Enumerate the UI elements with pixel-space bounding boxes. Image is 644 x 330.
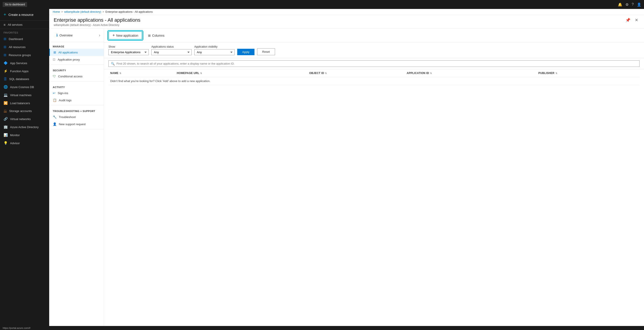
panel-icon-new-support-request: 👤 [53, 122, 56, 126]
panel-section-activity: ACTIVITY↩Sign-ins📋Audit logs [49, 83, 104, 105]
sidebar-item-sql-databases[interactable]: 🗄SQL databases [0, 75, 49, 83]
panel-label-troubleshoot: Troubleshoot [59, 115, 76, 119]
sidebar-icon-sql-databases: 🗄 [4, 77, 7, 81]
sidebar-item-storage-accounts[interactable]: 🗳Storage accounts [0, 107, 49, 115]
show-filter-group: Show Enterprise ApplicationsAll Applicat… [108, 45, 149, 55]
col-label-object-id: OBJECT ID [309, 72, 324, 75]
sidebar-item-app-services[interactable]: 🔷App Services [0, 59, 49, 67]
page-header: Enterprise applications - All applicatio… [49, 15, 644, 28]
col-label-publisher: PUBLISHER [538, 72, 554, 75]
col-header-publisher[interactable]: PUBLISHER⇅ [536, 69, 640, 77]
panel-section-label: SECURITY [49, 66, 104, 73]
sidebar-icon-azure-active-directory: 🏢 [4, 125, 8, 129]
panel-label-new-support-request: New support request [59, 122, 86, 126]
collapse-panel-button[interactable]: › [99, 33, 100, 37]
overview-item[interactable]: ℹ Overview [53, 31, 76, 40]
help-icon[interactable]: ? [632, 2, 634, 6]
sidebar: + Create a resource ≡ All services FAVOR… [0, 9, 49, 330]
status-filter-label: Applications status [152, 45, 192, 48]
col-header-object-id[interactable]: OBJECT ID⇅ [308, 69, 405, 77]
favorites-label: FAVORITES [0, 29, 49, 35]
sidebar-item-dashboard[interactable]: ⊞Dashboard [0, 35, 49, 43]
panel-section-label: ACTIVITY [49, 83, 104, 90]
sidebar-icon-storage-accounts: 🗳 [4, 109, 7, 113]
sidebar-label-storage-accounts: Storage accounts [9, 109, 32, 113]
sidebar-icon-virtual-networks: 🔗 [4, 117, 8, 121]
new-app-plus-icon: + [112, 33, 115, 38]
sidebar-label-azure-cosmos-db: Azure Cosmos DB [10, 86, 34, 89]
columns-button[interactable]: ⊞ Columns [146, 32, 166, 39]
all-services-button[interactable]: ≡ All services [0, 20, 49, 29]
breadcrumb-directory[interactable]: willamplitude (default directory) [64, 10, 101, 14]
col-header-application-id[interactable]: APPLICATION ID⇅ [405, 69, 537, 77]
sidebar-item-virtual-machines[interactable]: 💻Virtual machines [0, 91, 49, 99]
sidebar-label-dashboard: Dashboard [9, 37, 23, 41]
status-filter-group: Applications status AnyEnabledDisabled [152, 45, 192, 55]
panel-label-application-proxy: Application proxy [58, 58, 80, 61]
search-row: 🔍 [104, 58, 644, 69]
visibility-filter-select[interactable]: AnyPublicPrivate [194, 49, 234, 55]
panel-item-sign-ins[interactable]: ↩Sign-ins [49, 90, 104, 96]
col-header-homepage-url[interactable]: HOMEPAGE URL⇅ [175, 69, 308, 77]
sidebar-item-azure-cosmos-db[interactable]: 🌐Azure Cosmos DB [0, 83, 49, 91]
panel-item-application-proxy[interactable]: ⊡Application proxy [49, 56, 104, 63]
go-to-dashboard-button[interactable]: Go to dashboard [3, 2, 27, 7]
panel-icon-audit-logs: 📋 [53, 98, 56, 102]
user-icon[interactable]: 👤 [637, 2, 641, 7]
show-filter-select[interactable]: Enterprise ApplicationsAll ApplicationsM… [108, 49, 149, 55]
main-content: + New application ⊞ Columns Show Enterpr… [104, 28, 644, 330]
sidebar-item-monitor[interactable]: 📊Monitor [0, 131, 49, 139]
panel-item-troubleshoot[interactable]: 🔧Troubleshoot [49, 113, 104, 120]
panel-item-all-applications[interactable]: ⊞All applications [49, 49, 104, 56]
list-icon: ≡ [4, 23, 6, 26]
apply-button[interactable]: Apply [237, 49, 254, 55]
sidebar-icon-all-resources: ⊞ [4, 45, 6, 49]
sidebar-icon-advisor: 💡 [4, 141, 8, 145]
sort-icon-application-id: ⇅ [430, 72, 432, 74]
page-header-text: Enterprise applications - All applicatio… [54, 17, 140, 26]
panel-divider [49, 105, 104, 105]
col-header-name[interactable]: NAME⇅ [108, 69, 175, 77]
panel-divider [49, 81, 104, 82]
page-header-actions: 📌 ✕ [624, 17, 640, 23]
reset-button[interactable]: Reset [257, 48, 275, 55]
pin-button[interactable]: 📌 [624, 17, 632, 23]
sidebar-item-virtual-networks[interactable]: 🔗Virtual networks [0, 115, 49, 123]
create-resource-button[interactable]: + Create a resource [0, 9, 49, 20]
status-filter-select[interactable]: AnyEnabledDisabled [152, 49, 192, 55]
sidebar-label-sql-databases: SQL databases [9, 77, 29, 81]
overview-label: Overview [60, 34, 72, 37]
search-input[interactable] [116, 60, 637, 67]
settings-icon[interactable]: ⚙ [626, 2, 628, 7]
sidebar-label-resource-groups: Resource groups [9, 54, 31, 57]
panel-section-manage: MANAGE⊞All applications⊡Application prox… [49, 42, 104, 64]
columns-label: Columns [152, 34, 164, 37]
sidebar-item-load-balancers[interactable]: 🔀Load balancers [0, 99, 49, 107]
sidebar-item-all-resources[interactable]: ⊞All resources [0, 43, 49, 51]
notification-icon[interactable]: 🔔 [618, 2, 622, 7]
panel-item-conditional-access[interactable]: 🛡Conditional access [49, 73, 104, 80]
sidebar-item-azure-active-directory[interactable]: 🏢Azure Active Directory [0, 123, 49, 131]
sidebar-item-function-apps[interactable]: ⚡Function Apps [0, 67, 49, 75]
panel-item-audit-logs[interactable]: 📋Audit logs [49, 96, 104, 104]
new-application-button[interactable]: + New application [108, 31, 142, 40]
columns-icon: ⊞ [148, 34, 151, 37]
close-button[interactable]: ✕ [634, 17, 640, 23]
sort-icon-homepage-url: ⇅ [200, 72, 202, 74]
status-bar: https://portal.azure.com/# [0, 326, 644, 330]
applications-table: NAME⇅HOMEPAGE URL⇅OBJECT ID⇅APPLICATION … [108, 69, 640, 85]
col-label-application-id: APPLICATION ID [407, 72, 429, 75]
panel-icon-application-proxy: ⊡ [53, 58, 56, 61]
sidebar-item-advisor[interactable]: 💡Advisor [0, 139, 49, 147]
info-icon: ℹ [56, 33, 58, 37]
panel-icon-all-applications: ⊞ [54, 50, 56, 54]
empty-message: Didn't find what you're looking for? Cli… [108, 77, 640, 85]
left-panel-top: ℹ Overview › [49, 28, 104, 42]
panel-item-new-support-request[interactable]: 👤New support request [49, 120, 104, 128]
left-panel-sections: MANAGE⊞All applications⊡Application prox… [49, 42, 104, 129]
sidebar-label-app-services: App Services [10, 62, 27, 65]
sidebar-item-resource-groups[interactable]: ⊞Resource groups [0, 51, 49, 59]
breadcrumb-sep-2: > [102, 10, 104, 14]
create-resource-label: Create a resource [8, 13, 34, 16]
breadcrumb-home[interactable]: Home [53, 10, 60, 14]
